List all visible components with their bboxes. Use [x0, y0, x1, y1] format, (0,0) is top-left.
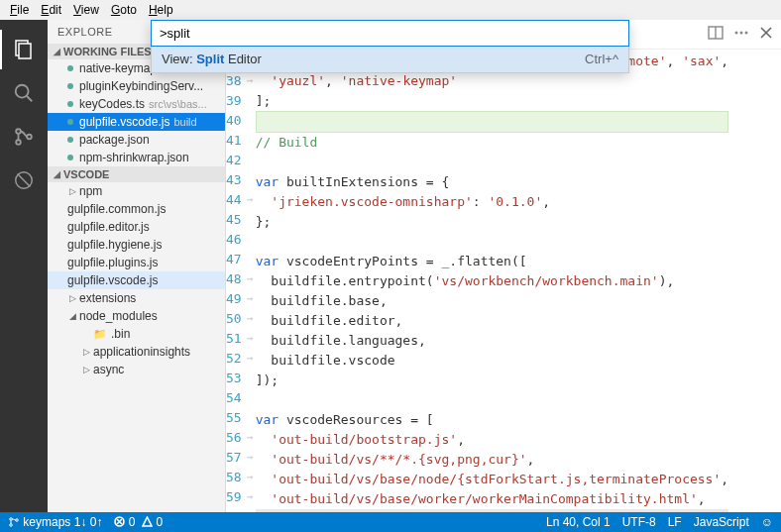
more-icon[interactable]: [733, 26, 749, 43]
sidebar: EXPLORE ◢WORKING FILES native-keymap.d.t…: [48, 20, 226, 512]
menu-file[interactable]: File: [4, 1, 35, 19]
tree-item[interactable]: 📁.bin: [48, 325, 225, 343]
tree-item[interactable]: ▷applicationinsights: [48, 343, 225, 361]
activity-git-icon[interactable]: [0, 115, 48, 159]
activity-search-icon[interactable]: [0, 71, 48, 115]
menu-view[interactable]: View: [67, 1, 105, 19]
svg-line-8: [18, 174, 31, 187]
svg-rect-1: [19, 44, 31, 58]
close-icon[interactable]: [759, 26, 773, 43]
working-file-item[interactable]: npm-shrinkwrap.json: [48, 149, 225, 166]
svg-point-6: [27, 135, 32, 140]
tree-item[interactable]: gulpfile.editor.js: [48, 218, 225, 236]
tree-item[interactable]: gulpfile.vscode.js: [48, 271, 225, 289]
command-palette-shortcut: Ctrl+^: [585, 52, 618, 66]
working-file-item[interactable]: pluginKeybindingServ...: [48, 77, 225, 95]
svg-point-13: [745, 32, 748, 35]
menu-edit[interactable]: Edit: [35, 1, 67, 19]
command-palette-input[interactable]: [152, 21, 628, 46]
command-palette-result[interactable]: View: Split Editor Ctrl+^: [152, 46, 628, 72]
svg-point-12: [740, 32, 743, 35]
working-file-item[interactable]: keyCodes.tssrc\vs\bas...: [48, 95, 225, 113]
svg-point-2: [16, 85, 29, 98]
tree-item[interactable]: ▷async: [48, 361, 225, 378]
working-file-item[interactable]: gulpfile.vscode.jsbuild: [48, 113, 225, 131]
activity-debug-icon[interactable]: [0, 159, 48, 202]
tree-item[interactable]: ◢node_modules: [48, 307, 225, 325]
svg-point-4: [16, 129, 21, 134]
tree-item[interactable]: gulpfile.hygiene.js: [48, 236, 225, 254]
activity-explorer-icon[interactable]: [0, 28, 48, 71]
svg-point-11: [735, 32, 738, 35]
status-feedback-icon[interactable]: ☺: [761, 515, 773, 529]
project-header[interactable]: ◢VSCODE: [48, 166, 225, 182]
editor-group: 3738394041424344454647484950515253545556…: [226, 20, 781, 512]
working-file-item[interactable]: package.json: [48, 131, 225, 149]
svg-point-5: [16, 140, 21, 145]
svg-point-16: [10, 518, 13, 521]
command-palette: View: Split Editor Ctrl+^: [151, 20, 629, 73]
status-eol[interactable]: LF: [668, 515, 682, 529]
status-problems[interactable]: 0 0: [114, 515, 163, 529]
status-position[interactable]: Ln 40, Col 1: [546, 515, 611, 529]
code-area[interactable]: 3738394041424344454647484950515253545556…: [226, 50, 781, 512]
svg-point-18: [16, 519, 19, 522]
menu-goto[interactable]: Goto: [105, 1, 143, 19]
tree-item[interactable]: gulpfile.plugins.js: [48, 254, 225, 271]
tree-item[interactable]: ▷extensions: [48, 289, 225, 307]
menubar: File Edit View Goto Help: [0, 0, 781, 20]
tree-item[interactable]: gulpfile.common.js: [48, 200, 225, 218]
activity-bar: [0, 20, 48, 512]
svg-point-17: [10, 524, 13, 527]
tree-item[interactable]: ▷npm: [48, 182, 225, 200]
split-editor-icon[interactable]: [708, 26, 724, 43]
status-branch[interactable]: keymaps 1↓ 0↑: [8, 515, 102, 529]
statusbar: keymaps 1↓ 0↑ 0 0 Ln 40, Col 1 UTF-8 LF …: [0, 512, 781, 532]
menu-help[interactable]: Help: [143, 1, 179, 19]
status-encoding[interactable]: UTF-8: [622, 515, 656, 529]
svg-line-3: [27, 96, 33, 102]
status-language[interactable]: JavaScript: [694, 515, 749, 529]
